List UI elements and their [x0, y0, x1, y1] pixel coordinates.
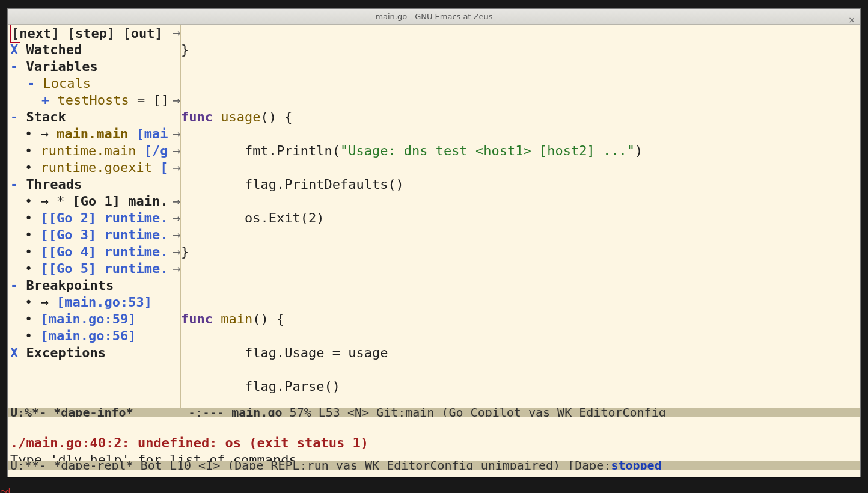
code-l11: flag.Parse()	[181, 379, 340, 394]
breakpoint-0[interactable]: • → [main.go:53]	[8, 294, 180, 311]
next-button[interactable]: next	[19, 26, 51, 41]
breakpoint-1[interactable]: • [main.go:59]	[8, 311, 180, 328]
code-l3c: () {	[260, 109, 292, 124]
code-l4c: )	[635, 143, 643, 158]
modeline-bottom: U:**- *dape-repl* Bot L10 <I> (Dape REPL…	[8, 461, 860, 470]
stack-frame-0[interactable]: • → main.main [mai→	[8, 126, 180, 142]
repl-help: Type 'dlv help' for list of commands.	[10, 452, 305, 461]
thread-2[interactable]: • [[Go 2] runtime.→	[8, 210, 180, 227]
modeline-dape-info: U:%*- *dape-info*	[10, 408, 133, 417]
breakpoint-2[interactable]: • [main.go:56]	[8, 328, 180, 344]
code-l4b: "Usage: dns_test <host1> [host2] ..."	[340, 143, 635, 158]
modeline-top: U:%*- *dape-info* -:--- main.go 57% L53 …	[8, 408, 860, 417]
watched-section[interactable]: X Watched	[8, 41, 180, 58]
code-l9c: () {	[252, 311, 284, 326]
minibuffer[interactable]	[8, 470, 860, 477]
stack-frame-2[interactable]: • runtime.goexit [→	[8, 159, 180, 176]
code-l5: flag.PrintDefaults()	[181, 177, 404, 192]
modeline-bot-left: U:**- *dape-repl* Bot L10 <I> (Dape REPL…	[10, 461, 611, 470]
code-l4a: fmt.Println(	[181, 143, 340, 158]
threads-section[interactable]: - Threads	[8, 176, 180, 193]
thread-1[interactable]: • → * [Go 1] main.→	[8, 193, 180, 210]
code-l9b: main	[213, 311, 252, 326]
repl-error: ./main.go:40:2: undefined: os (exit stat…	[10, 435, 368, 450]
editor-pane[interactable]: } func usage() { fmt.Println("Usage: dns…	[181, 25, 860, 408]
code-l7: }	[181, 244, 189, 259]
stack-frame-1[interactable]: • runtime.main [/g→	[8, 142, 180, 159]
variables-section[interactable]: - Variables	[8, 58, 180, 75]
modeline-main-rest: 57% L53 <N> Git:main (Go Copilot yas WK …	[283, 408, 666, 417]
out-button[interactable]: out	[131, 26, 155, 41]
thread-4[interactable]: • [[Go 4] runtime.→	[8, 243, 180, 260]
dape-info-sidebar[interactable]: [next] [step] [out] → X Watched - Variab…	[8, 25, 181, 408]
code-l3b: usage	[213, 109, 260, 124]
code-l1: }	[181, 42, 189, 57]
stack-section[interactable]: - Stack	[8, 109, 180, 126]
title-text: main.go - GNU Emacs at Zeus	[375, 8, 492, 25]
dape-repl[interactable]: ./main.go:40:2: undefined: os (exit stat…	[8, 417, 860, 461]
background-text: ed	[0, 483, 11, 493]
modeline-buffer-name: main.go	[231, 408, 282, 417]
thread-3[interactable]: • [[Go 3] runtime.→	[8, 227, 180, 243]
locals-section[interactable]: - Locals	[8, 75, 180, 92]
var-testhosts[interactable]: + testHosts = [] →	[8, 92, 180, 109]
code-l3a: func	[181, 109, 213, 124]
main-split: [next] [step] [out] → X Watched - Variab…	[8, 25, 860, 408]
title-bar: main.go - GNU Emacs at Zeus ×	[8, 9, 860, 25]
debug-buttons-row: [next] [step] [out] →	[8, 25, 180, 41]
breakpoints-section[interactable]: - Breakpoints	[8, 277, 180, 294]
dape-state: stopped	[611, 461, 661, 470]
code-l10: flag.Usage = usage	[181, 345, 388, 360]
modeline-main-pre: -:---	[188, 408, 231, 417]
code-l9a: func	[181, 311, 213, 326]
emacs-window: main.go - GNU Emacs at Zeus × [next] [st…	[7, 8, 861, 477]
exceptions-section[interactable]: X Exceptions	[8, 344, 180, 361]
code-l6: os.Exit(2)	[181, 210, 324, 225]
step-button[interactable]: step	[75, 26, 107, 41]
thread-5[interactable]: • [[Go 5] runtime.→	[8, 260, 180, 277]
